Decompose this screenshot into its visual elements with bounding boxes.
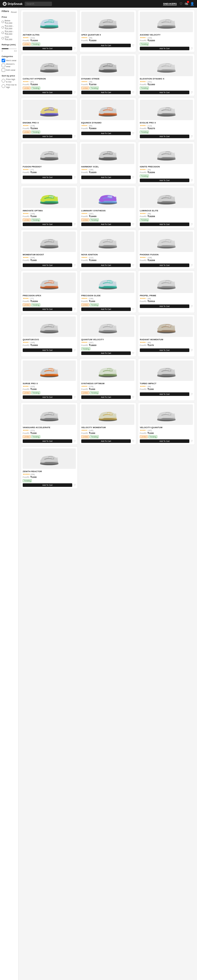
tags-row: LimitedTrending <box>23 218 76 221</box>
add-to-cart-button[interactable]: Add To Cart <box>23 135 72 138</box>
rating-count: (77) <box>30 298 34 299</box>
add-to-cart-button[interactable]: Add To Cart <box>140 223 189 226</box>
add-to-cart-button[interactable]: Add To Cart <box>81 307 131 311</box>
wishlist-button[interactable]: ♡ <box>191 305 193 308</box>
add-to-cart-button[interactable]: Add To Cart <box>140 439 189 443</box>
product-rating: ★★★★☆ (94) <box>140 385 193 387</box>
add-to-cart-button[interactable]: Add To Cart <box>81 352 131 355</box>
sort-title: Sort by price <box>2 75 17 77</box>
svg-point-157 <box>99 327 104 331</box>
price-checkbox-0[interactable] <box>2 21 4 23</box>
svg-point-192 <box>40 415 46 418</box>
wishlist-button[interactable]: ♡ <box>132 176 135 179</box>
wishlist-button[interactable]: ♡ <box>132 264 135 267</box>
tags-row: LimitedTrending <box>23 435 76 438</box>
add-to-cart-button[interactable]: Add To Cart <box>140 392 189 396</box>
wishlist-button[interactable]: ♡ <box>191 349 193 352</box>
category-checkbox-2[interactable] <box>2 68 5 72</box>
nav-sneakers[interactable]: SNEAKERS <box>163 2 177 5</box>
wishlist-button[interactable]: ♡ <box>132 440 135 442</box>
wishlist-button[interactable]: ♡ <box>132 132 135 135</box>
price-label-2: ₹20,000 - ₹30,000 <box>5 30 17 35</box>
product-actions: Add To Cart ♡ <box>140 135 193 138</box>
wishlist-button[interactable]: ♡ <box>73 176 76 179</box>
add-to-cart-button[interactable]: Add To Cart <box>81 91 131 94</box>
tags-row: LimitedTrending <box>23 87 76 89</box>
wishlist-button[interactable]: ♡ <box>73 440 76 442</box>
wishlist-button[interactable]: ♡ <box>132 44 135 47</box>
wishlist-button[interactable]: ♡ <box>191 179 193 182</box>
product-actions: Add To Cart ♡ <box>140 91 193 94</box>
wishlist-button[interactable]: ♡ <box>73 308 76 311</box>
wishlist-button[interactable]: ♡ <box>73 264 76 267</box>
wishlist-button[interactable]: ♡ <box>73 47 76 50</box>
wishlist-button[interactable]: ♡ <box>73 135 76 138</box>
add-to-cart-button[interactable]: Add To Cart <box>23 395 72 399</box>
add-to-cart-button[interactable]: Add To Cart <box>140 264 189 267</box>
user-icon[interactable]: 👤 <box>190 2 194 6</box>
wishlist-button[interactable]: ♡ <box>73 91 76 94</box>
price-checkbox-3[interactable] <box>2 37 4 39</box>
product-rating: ★★★★☆ (212) <box>23 429 76 431</box>
add-to-cart-button[interactable]: Add To Cart <box>81 176 131 179</box>
product-name: ASCEND VELOCITY <box>140 33 193 36</box>
price-checkbox-2[interactable] <box>2 32 4 34</box>
add-to-cart-button[interactable]: Add To Cart <box>140 178 189 182</box>
category-checkbox-1[interactable] <box>2 64 5 67</box>
wishlist-button[interactable]: ♡ <box>132 308 135 311</box>
wishlist-button[interactable]: ♡ <box>191 223 193 226</box>
add-to-cart-button[interactable]: Add To Cart <box>81 395 131 399</box>
search-input[interactable] <box>25 2 52 6</box>
add-to-cart-button[interactable]: Add To Cart <box>23 223 72 226</box>
svg-point-108 <box>40 242 46 246</box>
product-card: MOMENTUM BOOST ★★★★☆ (234) From₹0 ₹1005 … <box>21 230 78 269</box>
add-to-cart-button[interactable]: Add To Cart <box>23 307 72 311</box>
wishlist-button[interactable]: ♡ <box>132 91 135 94</box>
svg-rect-168 <box>173 326 175 329</box>
wishlist-button[interactable]: ♡ <box>132 223 135 226</box>
add-to-cart-button[interactable]: Add To Cart <box>23 439 72 443</box>
add-to-cart-button[interactable]: Add To Cart <box>81 439 131 443</box>
cart-icon[interactable]: 🛍1 <box>185 2 188 6</box>
add-to-cart-button[interactable]: Add To Cart <box>23 264 72 267</box>
add-to-cart-button[interactable]: Add To Cart <box>23 47 72 50</box>
product-card: PHOENIX FUSION ★★★★☆ (199) From₹0 ₹18208… <box>138 230 195 269</box>
add-to-cart-button[interactable]: Add To Cart <box>140 348 189 352</box>
wishlist-button[interactable]: ♡ <box>191 47 193 50</box>
rating-count: (201) <box>147 81 152 83</box>
wishlist-button[interactable]: ♡ <box>191 264 193 267</box>
price-current: ₹18206 <box>147 171 155 173</box>
wishlist-button[interactable]: ♡ <box>132 352 135 355</box>
wishlist-button[interactable]: ♡ <box>191 135 193 138</box>
sort-radio-0[interactable] <box>2 79 5 83</box>
add-to-cart-button[interactable]: Add To Cart <box>140 91 189 94</box>
wishlist-button[interactable]: ♡ <box>73 396 76 399</box>
tags-row: LimitedTrending <box>81 303 135 306</box>
wishlist-icon[interactable]: ♡ <box>179 2 183 6</box>
wishlist-button[interactable]: ♡ <box>191 393 193 396</box>
add-to-cart-button[interactable]: Add To Cart <box>81 264 131 267</box>
wishlist-button[interactable]: ♡ <box>73 223 76 226</box>
add-to-cart-button[interactable]: Add To Cart <box>140 304 189 308</box>
product-image <box>23 56 76 76</box>
wishlist-button[interactable]: ♡ <box>73 349 76 352</box>
add-to-cart-button[interactable]: Add To Cart <box>140 135 189 138</box>
category-checkbox-0[interactable] <box>2 59 5 62</box>
tags-row: LimitedTrending <box>23 391 76 394</box>
add-to-cart-button[interactable]: Add To Cart <box>140 47 189 50</box>
add-to-cart-button[interactable]: Add To Cart <box>81 223 131 226</box>
reset-button[interactable]: Reset <box>11 11 17 13</box>
wishlist-button[interactable]: ♡ <box>73 484 76 487</box>
wishlist-button[interactable]: ♡ <box>191 91 193 94</box>
stars: ★★★★☆ <box>23 429 30 431</box>
add-to-cart-button[interactable]: Add To Cart <box>23 176 72 179</box>
sort-radio-1[interactable] <box>2 84 5 88</box>
add-to-cart-button[interactable]: Add To Cart <box>81 132 131 135</box>
wishlist-button[interactable]: ♡ <box>132 396 135 399</box>
price-checkbox-1[interactable] <box>2 26 4 29</box>
wishlist-button[interactable]: ♡ <box>191 440 193 442</box>
add-to-cart-button[interactable]: Add To Cart <box>23 91 72 94</box>
add-to-cart-button[interactable]: Add To Cart <box>23 348 72 352</box>
add-to-cart-button[interactable]: Add To Cart <box>81 44 131 47</box>
add-to-cart-button[interactable]: Add To Cart <box>23 483 72 487</box>
